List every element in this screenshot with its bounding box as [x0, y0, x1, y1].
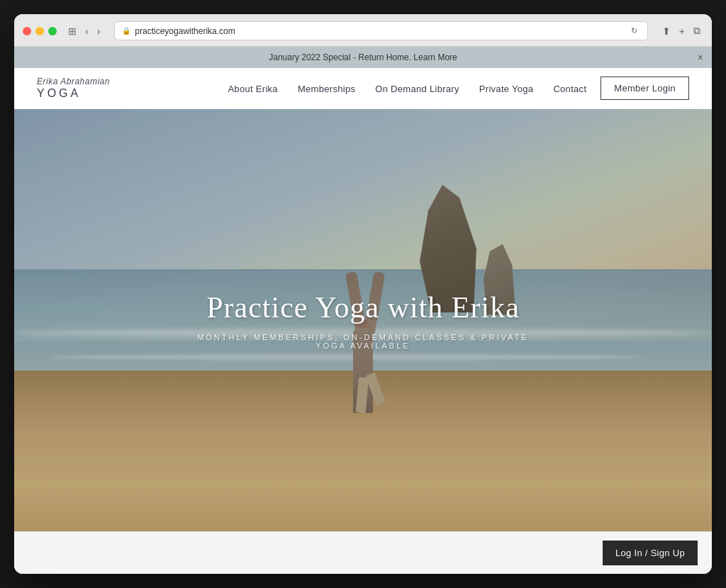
hero-title: Practice Yoga with Erika: [189, 290, 537, 324]
browser-chrome: ⊞ ‹ › 🔒 practiceyogawitherika.com ↻ ⬆ + …: [14, 14, 712, 47]
nav-item-memberships[interactable]: Memberships: [298, 82, 355, 95]
logo-name: Erika Abrahamian: [37, 77, 110, 86]
website: January 2022 Special - Return Home. Lear…: [14, 47, 712, 574]
nav-item-on-demand[interactable]: On Demand Library: [375, 82, 459, 95]
bottom-bar: Log In / Sign Up: [14, 531, 712, 574]
nav-item-contact[interactable]: Contact: [553, 82, 586, 95]
url-text: practiceyogawitherika.com: [135, 26, 235, 36]
sidebar-toggle-button[interactable]: ⊞: [65, 24, 79, 38]
traffic-light-fullscreen[interactable]: [48, 27, 57, 35]
login-signup-button[interactable]: Log In / Sign Up: [603, 541, 698, 565]
hero-content: Practice Yoga with Erika Monthly Members…: [189, 290, 537, 350]
logo-yoga: YOGA: [37, 86, 81, 100]
back-button[interactable]: ‹: [82, 24, 91, 38]
nav-links: About Erika Memberships On Demand Librar…: [228, 82, 586, 95]
traffic-light-close[interactable]: [23, 27, 31, 35]
announcement-bar: January 2022 Special - Return Home. Lear…: [14, 47, 712, 68]
hero-section: Practice Yoga with Erika Monthly Members…: [14, 109, 712, 531]
reload-button[interactable]: ↻: [628, 25, 640, 37]
traffic-light-minimize[interactable]: [35, 27, 44, 35]
announcement-close-button[interactable]: ×: [698, 52, 703, 63]
hero-subtitle: Monthly Memberships, On-Demand Classes &…: [189, 333, 537, 350]
nav: Erika Abrahamian YOGA About Erika Member…: [14, 68, 712, 109]
lock-icon: 🔒: [122, 27, 130, 35]
nav-item-private-yoga[interactable]: Private Yoga: [479, 82, 534, 95]
browser-window: ⊞ ‹ › 🔒 practiceyogawitherika.com ↻ ⬆ + …: [14, 14, 712, 574]
traffic-lights: [23, 27, 57, 35]
forward-button[interactable]: ›: [94, 24, 104, 38]
logo[interactable]: Erika Abrahamian YOGA: [37, 77, 110, 101]
new-tab-button[interactable]: +: [676, 23, 688, 38]
announcement-text: January 2022 Special - Return Home. Lear…: [269, 52, 457, 62]
member-login-button[interactable]: Member Login: [601, 77, 689, 100]
address-bar[interactable]: 🔒 practiceyogawitherika.com ↻: [114, 21, 647, 40]
share-button[interactable]: ⬆: [659, 23, 674, 38]
duplicate-tab-button[interactable]: ⧉: [691, 23, 703, 38]
nav-item-about[interactable]: About Erika: [228, 82, 278, 95]
browser-actions: ⬆ + ⧉: [659, 23, 703, 38]
browser-controls: ⊞ ‹ ›: [65, 24, 103, 38]
